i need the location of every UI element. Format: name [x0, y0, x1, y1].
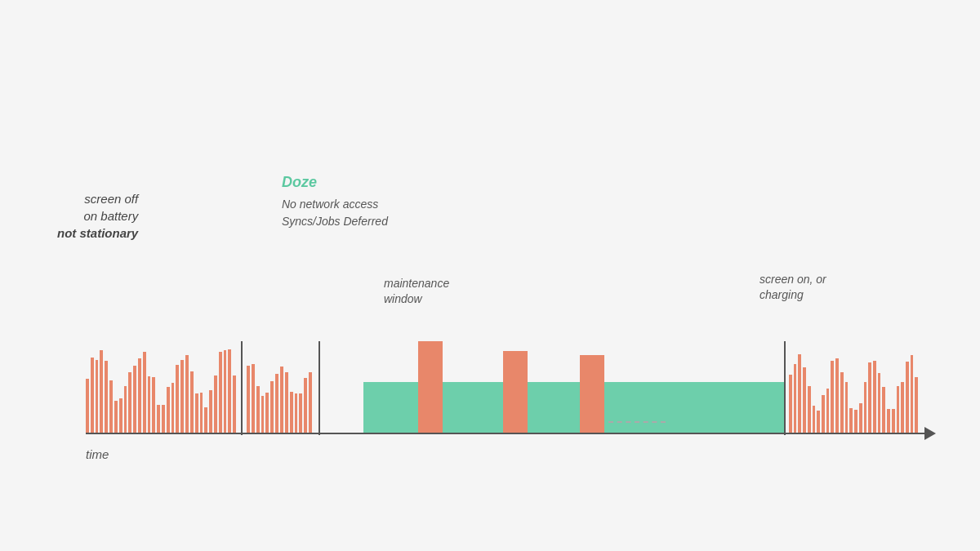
activity-bar: [162, 405, 165, 433]
activity-section-2: (function() { var section = document.cur…: [247, 341, 314, 433]
activity-bar: [152, 377, 155, 433]
screen-on-line2: charging: [760, 288, 804, 301]
activity-bar: [817, 411, 820, 433]
activity-bar: [204, 407, 207, 433]
activity-section-1: // Generate bars for section 1 (function…: [86, 341, 238, 433]
vline-1: [241, 341, 243, 435]
activity-bar: [798, 354, 801, 433]
activity-bar: [256, 386, 260, 433]
activity-bar: [176, 365, 179, 433]
activity-bar: [845, 382, 849, 433]
label-doze: Doze: [282, 174, 317, 191]
activity-bar: [822, 395, 825, 433]
activity-bar: [794, 364, 797, 433]
label-doze-sub: No network access Syncs/Jobs Deferred: [282, 196, 388, 230]
activity-bar: [275, 374, 278, 433]
activity-bar: [789, 375, 792, 433]
activity-bar: [138, 358, 141, 433]
maintenance-line2: window: [384, 292, 422, 305]
activity-bar: [915, 377, 918, 433]
activity-bar: [172, 383, 175, 433]
activity-bar: [96, 360, 99, 433]
activity-bar: [835, 358, 839, 433]
activity-bar: [114, 401, 118, 433]
activity-bar: [901, 382, 904, 433]
screen-off-line1: screen off: [84, 192, 138, 206]
activity-bar: [290, 392, 293, 433]
activity-bar: [859, 403, 862, 433]
diagram-container: screen off on battery not stationary Doz…: [41, 47, 939, 504]
activity-bar: [873, 361, 876, 433]
activity-bar: [285, 372, 288, 433]
axis-line: [86, 433, 927, 434]
activity-bar: [133, 366, 136, 433]
activity-bar: [180, 360, 184, 433]
activity-bar: [892, 409, 895, 433]
activity-bar: [295, 393, 298, 433]
activity-bar: [808, 386, 811, 433]
activity-bar: [143, 352, 146, 433]
activity-bar: [167, 387, 170, 433]
activity-bar: [882, 387, 885, 433]
activity-bar: [897, 386, 900, 433]
activity-section-3: (function() { var section = document.cur…: [789, 341, 920, 433]
activity-bar: [219, 352, 222, 433]
activity-bar: [200, 393, 203, 433]
maint-bar-2: [503, 351, 528, 433]
label-screen-on: screen on, or charging: [760, 272, 826, 304]
vline-2: [318, 341, 320, 435]
activity-bar: [878, 373, 881, 433]
doze-sub2: Syncs/Jobs Deferred: [282, 215, 388, 228]
activity-bar: [124, 386, 127, 433]
activity-bar: [228, 349, 231, 433]
screen-off-line2: on battery: [83, 209, 138, 223]
activity-bar: [86, 379, 89, 433]
activity-bar: [119, 398, 122, 433]
activity-bar: [280, 367, 283, 433]
activity-bar: [252, 364, 255, 433]
maintenance-line1: maintenance: [384, 277, 449, 290]
axis-arrow: [924, 427, 936, 440]
activity-bar: [233, 375, 236, 433]
activity-bar: [265, 393, 269, 433]
maint-bar-3: [580, 355, 604, 433]
activity-bar: [864, 382, 867, 433]
doze-title: Doze: [282, 174, 317, 190]
activity-bar: [128, 372, 131, 433]
label-maintenance: maintenance window: [384, 276, 449, 308]
screen-off-line3: not stationary: [57, 226, 138, 240]
activity-bar: [195, 393, 198, 433]
activity-bar: [247, 366, 250, 433]
activity-bar: [185, 355, 189, 433]
activity-bar: [214, 375, 217, 433]
screen-on-line1: screen on, or: [760, 273, 826, 286]
maint-bar-1: [418, 341, 443, 433]
activity-bar: [209, 390, 212, 433]
activity-bar: [911, 355, 914, 433]
activity-bar: [91, 358, 94, 433]
activity-bar: [803, 367, 806, 433]
time-text: time: [86, 447, 109, 461]
dashed-line: [608, 421, 666, 423]
doze-block-2: [662, 382, 784, 433]
label-screen-off: screen off on battery not stationary: [57, 190, 138, 242]
activity-bar: [906, 362, 909, 433]
activity-bar: [309, 372, 312, 433]
activity-bar: [261, 396, 265, 433]
activity-bar: [826, 389, 830, 433]
doze-sub1: No network access: [282, 198, 378, 211]
activity-bar: [109, 380, 113, 433]
activity-bar: [157, 405, 160, 433]
activity-bar: [849, 408, 853, 433]
activity-bar: [887, 409, 890, 433]
activity-bar: [105, 361, 108, 433]
activity-bar: [270, 381, 274, 433]
activity-bar: [854, 410, 858, 433]
activity-bar: [840, 372, 844, 433]
activity-bar: [148, 376, 151, 433]
activity-bar: [190, 371, 194, 433]
activity-bar: [868, 362, 871, 433]
vline-3: [784, 341, 786, 435]
activity-bar: [831, 361, 834, 433]
activity-bar: [224, 350, 227, 433]
